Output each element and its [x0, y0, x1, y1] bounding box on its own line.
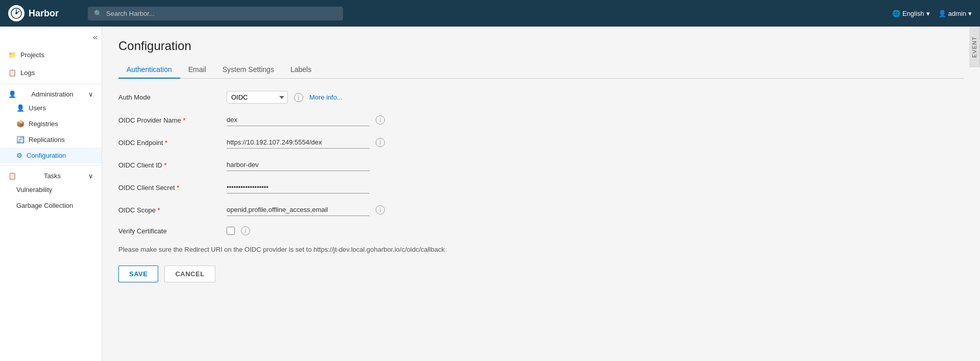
search-placeholder: Search Harbor... [106, 10, 155, 17]
required-star3: * [164, 161, 167, 169]
main-content: Configuration Authentication Email Syste… [102, 27, 980, 361]
users-icon: 👤 [16, 104, 24, 112]
verify-cert-checkbox[interactable] [227, 227, 235, 235]
event-tab[interactable]: EVENT [969, 27, 980, 67]
more-info-link[interactable]: More info... [309, 93, 342, 101]
oidc-provider-label: OIDC Provider Name * [118, 116, 220, 124]
app-logo[interactable]: Harbor [8, 5, 80, 21]
oidc-client-secret-input[interactable] [227, 181, 370, 194]
vulnerability-label: Vulnerability [16, 186, 52, 194]
cancel-button[interactable]: CANCEL [164, 266, 215, 282]
oidc-scope-info-icon[interactable]: i [376, 205, 385, 214]
oidc-endpoint-label: OIDC Endpoint * [118, 139, 220, 147]
sidebar-item-configuration[interactable]: ⚙ Configuration [0, 148, 102, 163]
auth-mode-info-icon[interactable]: i [294, 93, 303, 102]
registries-icon: 📦 [16, 120, 24, 128]
language-chevron: ▾ [926, 10, 930, 17]
oidc-endpoint-row: OIDC Endpoint * i [118, 136, 578, 149]
sidebar-divider [0, 84, 102, 84]
redirect-note: Please make sure the Redirect URI on the… [118, 246, 578, 253]
configuration-icon: ⚙ [16, 152, 22, 159]
auth-mode-select[interactable]: OIDC Database LDAP [227, 91, 288, 104]
oidc-provider-info-icon[interactable]: i [376, 115, 385, 125]
main-layout: « 📁 Projects 📋 Logs 👤 Administration ∨ 👤… [0, 27, 980, 361]
administration-label: Administration [31, 90, 73, 98]
tasks-section[interactable]: 📋 Tasks ∨ [0, 168, 102, 182]
admin-chevron: ∨ [88, 90, 93, 98]
collapse-button[interactable]: « [0, 31, 102, 46]
language-selector[interactable]: 🌐 English ▾ [892, 10, 930, 17]
search-bar[interactable]: 🔍 Search Harbor... [88, 7, 343, 20]
logo-icon [8, 5, 24, 21]
oidc-client-secret-row: OIDC Client Secret * [118, 181, 578, 194]
oidc-scope-row: OIDC Scope * i [118, 204, 578, 216]
sidebar-item-users[interactable]: 👤 Users [0, 100, 102, 116]
sidebar-item-projects[interactable]: 📁 Projects [0, 46, 102, 64]
app-name: Harbor [29, 8, 59, 19]
oidc-scope-input[interactable] [227, 204, 370, 216]
sidebar-sub-label: Registries [29, 120, 58, 128]
oidc-client-id-row: OIDC Client ID * [118, 159, 578, 171]
globe-icon: 🌐 [892, 10, 900, 17]
sidebar-sub-label: Configuration [27, 152, 66, 159]
oidc-endpoint-input[interactable] [227, 136, 370, 149]
verify-cert-info-icon[interactable]: i [241, 226, 250, 235]
tasks-chevron: ∨ [88, 172, 93, 180]
sidebar-sub-label: Replications [29, 136, 65, 143]
tasks-label: Tasks [44, 172, 61, 180]
oidc-scope-label: OIDC Scope * [118, 206, 220, 214]
form-buttons: SAVE CANCEL [118, 266, 578, 282]
sidebar: « 📁 Projects 📋 Logs 👤 Administration ∨ 👤… [0, 27, 102, 361]
sidebar-item-vulnerability[interactable]: Vulnerability [0, 182, 102, 198]
oidc-endpoint-info-icon[interactable]: i [376, 138, 385, 147]
user-icon: 👤 [938, 10, 946, 17]
topnav-right: 🌐 English ▾ 👤 admin ▾ [892, 10, 972, 17]
sidebar-item-replications[interactable]: 🔄 Replications [0, 132, 102, 148]
sidebar-item-logs[interactable]: 📋 Logs [0, 64, 102, 82]
replications-icon: 🔄 [16, 136, 24, 143]
oidc-client-secret-label: OIDC Client Secret * [118, 184, 220, 191]
sidebar-divider2 [0, 165, 102, 166]
username: admin [948, 10, 966, 17]
oidc-client-id-input[interactable] [227, 159, 370, 171]
sidebar-item-label: Projects [20, 51, 44, 59]
save-button[interactable]: SAVE [118, 266, 158, 282]
projects-icon: 📁 [8, 51, 16, 59]
user-menu[interactable]: 👤 admin ▾ [938, 10, 972, 17]
required-star5: * [158, 206, 160, 214]
search-icon: 🔍 [94, 10, 102, 17]
tab-email[interactable]: Email [180, 61, 214, 79]
tab-labels[interactable]: Labels [282, 61, 320, 79]
auth-mode-row: Auth Mode OIDC Database LDAP i More info… [118, 91, 578, 104]
verify-cert-label: Verify Certificate [118, 227, 220, 235]
sidebar-sub-label: Users [29, 104, 46, 112]
required-star2: * [165, 139, 167, 147]
oidc-provider-row: OIDC Provider Name * i [118, 114, 578, 126]
sidebar-item-garbage-collection[interactable]: Garbage Collection [0, 198, 102, 213]
garbage-collection-label: Garbage Collection [16, 202, 73, 209]
top-navbar: Harbor 🔍 Search Harbor... 🌐 English ▾ 👤 … [0, 0, 980, 27]
config-tabs: Authentication Email System Settings Lab… [118, 61, 964, 79]
sidebar-item-label: Logs [20, 69, 35, 77]
verify-cert-row: Verify Certificate i [118, 226, 578, 235]
tab-system-settings[interactable]: System Settings [214, 61, 282, 79]
sidebar-item-registries[interactable]: 📦 Registries [0, 116, 102, 132]
logs-icon: 📋 [8, 69, 16, 77]
oidc-client-id-label: OIDC Client ID * [118, 161, 220, 169]
oidc-provider-name-input[interactable] [227, 114, 370, 126]
required-star: * [183, 116, 185, 124]
tab-authentication[interactable]: Authentication [118, 61, 180, 79]
tasks-icon: 📋 [8, 172, 16, 180]
administration-section[interactable]: 👤 Administration ∨ [0, 86, 102, 100]
language-label: English [902, 10, 924, 17]
required-star4: * [177, 184, 179, 191]
auth-form: Auth Mode OIDC Database LDAP i More info… [118, 91, 578, 282]
admin-icon: 👤 [8, 90, 16, 98]
auth-mode-label: Auth Mode [118, 93, 220, 101]
user-chevron: ▾ [968, 10, 972, 17]
svg-point-1 [15, 12, 17, 14]
page-title: Configuration [118, 39, 964, 53]
